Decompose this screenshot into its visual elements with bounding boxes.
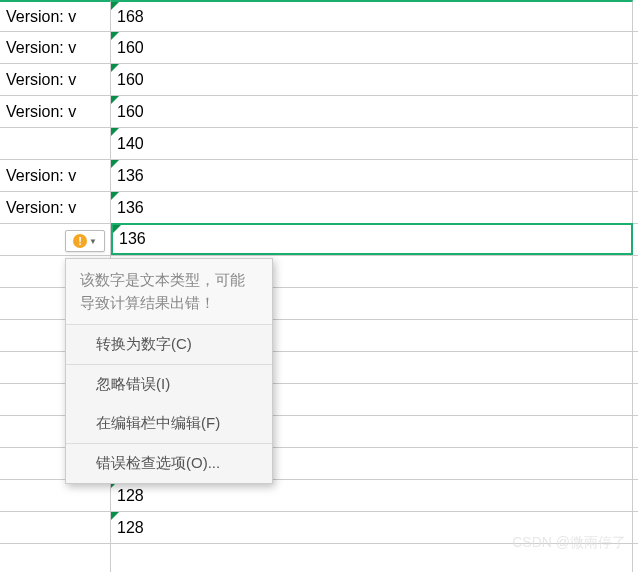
cell-col-a[interactable]: Version: v [0, 32, 111, 63]
cell-value: 160 [117, 39, 144, 57]
cell-col-b[interactable]: 136 [111, 192, 633, 223]
warning-icon: ! [73, 234, 87, 248]
table-row: Version: v160 [0, 32, 638, 64]
cell-col-a[interactable] [0, 512, 111, 543]
text-stored-as-number-marker [113, 225, 121, 233]
menu-ignore-error[interactable]: 忽略错误(I) [66, 365, 272, 404]
cell-col-b[interactable]: 140 [111, 128, 633, 159]
cell-col-b[interactable]: 160 [111, 32, 633, 63]
cell-col-a[interactable]: Version: v [0, 192, 111, 223]
cell-value: 128 [117, 487, 144, 505]
cell-col-b[interactable]: 160 [111, 64, 633, 95]
cell-col-b[interactable]: 136 [111, 223, 633, 255]
text-stored-as-number-marker [111, 64, 119, 72]
cell-value: 136 [117, 199, 144, 217]
cell-col-b[interactable]: 160 [111, 96, 633, 127]
table-row: 140 [0, 128, 638, 160]
menu-convert-to-number[interactable]: 转换为数字(C) [66, 325, 272, 364]
text-stored-as-number-marker [111, 512, 119, 520]
error-indicator-button[interactable]: ! ▼ [65, 230, 105, 252]
cell-value: 140 [117, 135, 144, 153]
text-stored-as-number-marker [111, 192, 119, 200]
cell-value: 128 [117, 519, 144, 537]
text-stored-as-number-marker [111, 2, 119, 10]
table-row: Version: v168 [0, 0, 638, 32]
menu-header-text: 该数字是文本类型，可能导致计算结果出错！ [66, 259, 272, 325]
table-row: Version: v136 [0, 192, 638, 224]
text-stored-as-number-marker [111, 32, 119, 40]
table-row: Version: v160 [0, 96, 638, 128]
text-stored-as-number-marker [111, 160, 119, 168]
cell-col-b[interactable]: 136 [111, 160, 633, 191]
menu-error-check-options[interactable]: 错误检查选项(O)... [66, 444, 272, 483]
cell-value: 168 [117, 8, 144, 26]
cell-value: 160 [117, 71, 144, 89]
cell-col-a[interactable] [0, 544, 111, 572]
cell-col-b[interactable]: 168 [111, 0, 633, 31]
menu-edit-in-bar[interactable]: 在编辑栏中编辑(F) [66, 404, 272, 443]
cell-value: 136 [119, 230, 146, 248]
cell-col-a[interactable]: Version: v [0, 0, 111, 31]
table-row: Version: v136 [0, 160, 638, 192]
chevron-down-icon: ▼ [89, 237, 97, 246]
text-stored-as-number-marker [111, 96, 119, 104]
cell-col-a[interactable]: Version: v [0, 96, 111, 127]
cell-col-a[interactable]: Version: v [0, 160, 111, 191]
cell-col-a[interactable] [0, 128, 111, 159]
cell-col-b[interactable]: 128 [111, 480, 633, 511]
table-row: 128 [0, 480, 638, 512]
cell-value: 160 [117, 103, 144, 121]
watermark-text: CSDN @微雨停了 [512, 534, 626, 552]
cell-value: 136 [117, 167, 144, 185]
table-row: Version: v160 [0, 64, 638, 96]
text-stored-as-number-marker [111, 128, 119, 136]
cell-col-a[interactable]: Version: v [0, 64, 111, 95]
cell-col-a[interactable] [0, 480, 111, 511]
error-context-menu: 该数字是文本类型，可能导致计算结果出错！ 转换为数字(C) 忽略错误(I) 在编… [65, 258, 273, 484]
